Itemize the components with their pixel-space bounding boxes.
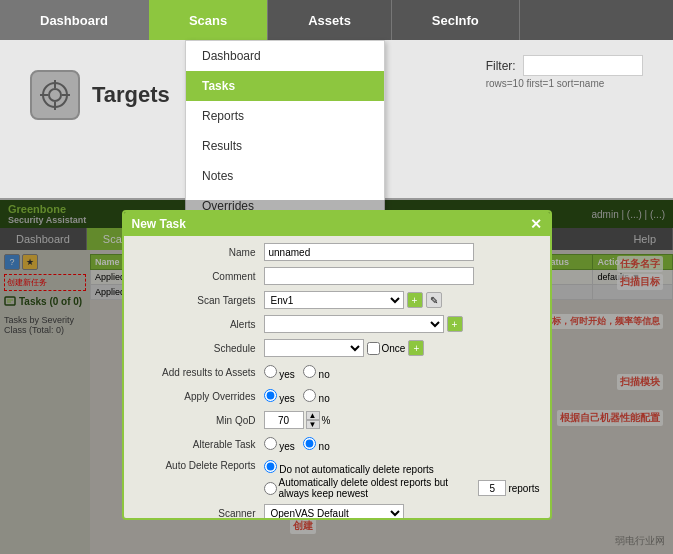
filter-area: Filter: rows=10 first=1 sort=name (486, 55, 643, 89)
bottom-section: Greenbone Security Assistant admin | (..… (0, 200, 673, 554)
apply-overrides-label: Apply Overrides (134, 391, 264, 402)
alerts-select[interactable] (264, 315, 444, 333)
scan-targets-select[interactable]: Env1 (264, 291, 404, 309)
dropdown-notes[interactable]: Notes (186, 161, 384, 191)
scanner-select[interactable]: OpenVAS Default (264, 504, 404, 520)
schedule-select[interactable] (264, 339, 364, 357)
alterable-label: Alterable Task (134, 439, 264, 450)
nav-scans[interactable]: Scans (149, 0, 268, 40)
alerts-label: Alerts (134, 319, 264, 330)
add-target-btn[interactable]: + (407, 292, 423, 308)
alerts-control: + (264, 315, 540, 333)
add-results-label: Add results to Assets (134, 367, 264, 378)
page-title: Targets (92, 82, 170, 108)
add-schedule-btn[interactable]: + (408, 340, 424, 356)
dropdown-results[interactable]: Results (186, 131, 384, 161)
filter-input[interactable] (523, 55, 643, 76)
form-row-alerts: Alerts + (134, 314, 540, 334)
min-qod-label: Min QoD (134, 415, 264, 426)
form-row-schedule: Schedule Once + (134, 338, 540, 358)
scanner-label: Scanner (134, 508, 264, 519)
form-row-auto-delete: Auto Delete Reports Do not automatically… (134, 458, 540, 499)
overrides-no[interactable] (303, 389, 316, 402)
form-row-scan-targets: Scan Targets Env1 + ✎ (134, 290, 540, 310)
form-row-alterable: Alterable Task yes no (134, 434, 540, 454)
add-alert-btn[interactable]: + (447, 316, 463, 332)
add-results-control: yes no (264, 365, 540, 380)
dropdown-dashboard[interactable]: Dashboard (186, 41, 384, 71)
comment-label: Comment (134, 271, 264, 282)
auto-delete-label: Auto Delete Reports (134, 460, 264, 471)
nav-assets[interactable]: Assets (268, 0, 392, 40)
alterable-yes[interactable] (264, 437, 277, 450)
apply-overrides-control: yes no (264, 389, 540, 404)
dropdown-reports[interactable]: Reports (186, 101, 384, 131)
auto-delete-control: Do not automatically delete reports Auto… (264, 460, 540, 499)
modal-title: New Task (132, 217, 186, 231)
min-qod-up[interactable]: ▲ (306, 411, 320, 420)
scans-dropdown: Dashboard Tasks Reports Results Notes Ov… (185, 40, 385, 222)
add-results-yes[interactable] (264, 365, 277, 378)
min-qod-input[interactable] (264, 411, 304, 429)
name-label: Name (134, 247, 264, 258)
scan-targets-control: Env1 + ✎ (264, 291, 540, 309)
scanner-control: OpenVAS Default (264, 504, 540, 520)
svg-point-1 (49, 89, 61, 101)
top-nav: Dashboard Scans Assets SecInfo (0, 0, 673, 40)
nav-secinfo[interactable]: SecInfo (392, 0, 520, 40)
auto-delete-radio[interactable] (264, 482, 277, 495)
schedule-label: Schedule (134, 343, 264, 354)
modal-header: New Task ✕ (124, 212, 550, 236)
comment-input[interactable] (264, 267, 474, 285)
modal-close-btn[interactable]: ✕ (530, 216, 542, 232)
alterable-no[interactable] (303, 437, 316, 450)
min-qod-down[interactable]: ▼ (306, 420, 320, 429)
overrides-yes[interactable] (264, 389, 277, 402)
form-row-name: Name (134, 242, 540, 262)
schedule-control: Once + (264, 339, 540, 357)
alterable-control: yes no (264, 437, 540, 452)
top-section: Dashboard Scans Assets SecInfo Dashboard… (0, 0, 673, 200)
auto-delete-count[interactable] (478, 480, 506, 496)
filter-hint: rows=10 first=1 sort=name (486, 78, 643, 89)
form-row-apply-overrides: Apply Overrides yes no (134, 386, 540, 406)
form-row-min-qod: Min QoD ▲ ▼ % (134, 410, 540, 430)
target-icon (30, 70, 80, 120)
no-delete-radio[interactable] (264, 460, 277, 473)
name-input[interactable] (264, 243, 474, 261)
new-task-modal: New Task ✕ Name Comment (122, 210, 552, 520)
min-qod-control: ▲ ▼ % (264, 411, 540, 429)
form-row-comment: Comment (134, 266, 540, 286)
nav-dashboard[interactable]: Dashboard (0, 0, 149, 40)
scan-targets-label: Scan Targets (134, 295, 264, 306)
name-control (264, 243, 540, 261)
dropdown-tasks[interactable]: Tasks (186, 71, 384, 101)
edit-target-btn[interactable]: ✎ (426, 292, 442, 308)
filter-label: Filter: (486, 59, 516, 73)
min-qod-unit: % (322, 415, 331, 426)
comment-control (264, 267, 540, 285)
form-row-add-results: Add results to Assets yes no (134, 362, 540, 382)
once-checkbox[interactable] (367, 342, 380, 355)
add-results-no[interactable] (303, 365, 316, 378)
modal-body: Name Comment Scan Targets (124, 236, 550, 520)
modal-overlay: New Task ✕ Name Comment (0, 200, 673, 554)
form-row-scanner: Scanner OpenVAS Default (134, 503, 540, 520)
